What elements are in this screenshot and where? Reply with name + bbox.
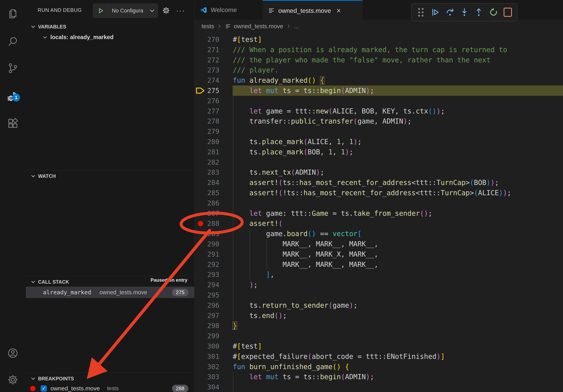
code-line[interactable]: 281 ts.place_mark(BOB, 1, 1); bbox=[194, 147, 563, 157]
code-line-text[interactable]: ts.return_to_sender(game); bbox=[233, 300, 358, 311]
tab-owned-tests-move[interactable]: owned_tests.move × bbox=[263, 0, 363, 21]
code-line-text[interactable]: assert!( bbox=[233, 218, 283, 229]
variables-locals-row[interactable]: locals: already_marked bbox=[42, 34, 114, 40]
code-line[interactable]: 271/// When a position is already marked… bbox=[194, 45, 563, 55]
code-line-text[interactable]: #[test] bbox=[233, 34, 262, 45]
code-token: already_marked bbox=[249, 76, 307, 84]
debug-settings-gear-icon[interactable] bbox=[160, 5, 172, 16]
code-line-text[interactable]: MARK__, MARK__, MARK__, bbox=[233, 259, 378, 270]
settings-gear-icon[interactable] bbox=[7, 373, 19, 386]
code-line-text[interactable]: ); bbox=[233, 280, 258, 290]
extensions-icon[interactable] bbox=[7, 117, 19, 130]
code-line[interactable]: 288 assert!( bbox=[194, 218, 563, 229]
explorer-icon[interactable] bbox=[7, 8, 19, 20]
code-line[interactable]: 272/// the player who made the "false" m… bbox=[194, 55, 563, 65]
section-header-breakpoints[interactable]: BREAKPOINTS bbox=[26, 374, 194, 383]
code-line-text[interactable]: let game: ttt::Game = ts.take_from_sende… bbox=[233, 208, 432, 219]
breakpoint-checkbox[interactable]: ✓ bbox=[41, 385, 47, 392]
code-line[interactable]: 282 bbox=[194, 157, 563, 167]
code-line-text[interactable]: game.board() == vector[ bbox=[233, 229, 362, 239]
code-line[interactable]: 290 MARK__, MARK__, MARK__, bbox=[194, 239, 563, 249]
frame-function-name: already_marked bbox=[43, 289, 91, 296]
code-line-text[interactable]: fun already_marked() { bbox=[233, 75, 324, 85]
code-line-text[interactable]: ts.end(); bbox=[233, 311, 287, 321]
more-actions-icon[interactable]: ··· bbox=[175, 5, 186, 16]
section-header-watch[interactable]: WATCH bbox=[26, 171, 194, 181]
code-line-text[interactable]: /// player. bbox=[233, 65, 279, 75]
code-line[interactable]: 287 let game: ttt::Game = ts.take_from_s… bbox=[194, 208, 563, 219]
section-header-call-stack[interactable]: CALL STACK Paused on entry bbox=[26, 277, 194, 287]
code-line[interactable]: 296 ts.return_to_sender(game); bbox=[194, 300, 563, 311]
code-line[interactable]: 298} bbox=[194, 321, 563, 331]
code-line-text[interactable]: let mut ts = ts::begin(ADMIN); bbox=[233, 372, 374, 382]
breadcrumb-file[interactable]: owned_tests.move bbox=[234, 23, 283, 30]
code-line[interactable]: 292 MARK__, MARK__, MARK__, bbox=[194, 259, 563, 270]
code-line[interactable]: 289 game.board() == vector[ bbox=[194, 229, 563, 239]
continue-button[interactable] bbox=[429, 5, 441, 19]
section-header-variables[interactable]: VARIABLES bbox=[26, 22, 194, 31]
code-token: test bbox=[241, 342, 258, 350]
code-line-text[interactable]: MARK__, MARK__, MARK__, bbox=[233, 239, 378, 249]
account-icon[interactable] bbox=[7, 347, 19, 359]
code-line-text[interactable]: ts.place_mark(ALICE, 1, 1); bbox=[233, 137, 362, 147]
code-line-text[interactable]: #[expected_failure(abort_code = ttt::ENo… bbox=[233, 351, 445, 362]
code-line[interactable]: 301#[expected_failure(abort_code = ttt::… bbox=[194, 351, 563, 362]
search-icon[interactable] bbox=[7, 35, 19, 48]
code-line[interactable]: 297 ts.end(); bbox=[194, 311, 563, 321]
code-line[interactable]: 284 assert!(ts::has_most_recent_for_addr… bbox=[194, 177, 563, 188]
code-line-text[interactable]: assert!(!ts::has_most_recent_for_address… bbox=[233, 188, 511, 198]
close-icon[interactable]: × bbox=[336, 7, 341, 14]
code-line-text[interactable]: fun burn_unfinished_game() { bbox=[233, 362, 349, 372]
code-line-text[interactable]: MARK__, MARK_X, MARK__, bbox=[233, 249, 378, 259]
code-line[interactable]: 293 ], bbox=[194, 269, 563, 280]
code-line[interactable]: 279 bbox=[194, 126, 563, 137]
code-line-text[interactable]: ts.next_tx(ADMIN); bbox=[233, 167, 324, 177]
code-line-text[interactable]: /// When a position is already marked, t… bbox=[233, 45, 507, 55]
code-line[interactable]: 283 ts.next_tx(ADMIN); bbox=[194, 167, 563, 177]
code-line[interactable]: 277 let game = ttt::new(ALICE, BOB, KEY,… bbox=[194, 106, 563, 116]
chevron-down-icon bbox=[42, 35, 48, 40]
source-control-icon[interactable] bbox=[7, 62, 19, 75]
code-line[interactable]: 300#[test] bbox=[194, 341, 563, 351]
code-line[interactable]: 270#[test] bbox=[194, 34, 563, 45]
code-line-text[interactable]: assert!(ts::has_most_recent_for_address<… bbox=[233, 177, 499, 188]
code-token: fun bbox=[233, 76, 245, 84]
code-line-text[interactable]: ts.place_mark(BOB, 1, 1); bbox=[233, 147, 353, 157]
restart-button[interactable] bbox=[487, 5, 499, 19]
code-line[interactable]: 274fun already_marked() { bbox=[194, 75, 563, 85]
code-line[interactable]: 294 ); bbox=[194, 280, 563, 290]
code-line-text[interactable]: } bbox=[233, 321, 237, 331]
step-over-button[interactable] bbox=[444, 5, 456, 19]
step-into-button[interactable] bbox=[458, 5, 471, 19]
code-line[interactable]: 299 bbox=[194, 331, 563, 341]
code-line-text[interactable]: transfer::public_transfer(game, ADMIN); bbox=[233, 116, 411, 126]
code-line-text[interactable]: let game = ttt::new(ALICE, BOB, KEY, ts.… bbox=[233, 106, 445, 116]
stop-button[interactable] bbox=[502, 5, 514, 19]
breadcrumb-folder[interactable]: tests bbox=[202, 23, 214, 30]
code-line[interactable]: 275 let mut ts = ts::begin(ADMIN); bbox=[194, 85, 563, 96]
code-line[interactable]: 280 ts.place_mark(ALICE, 1, 1); bbox=[194, 137, 563, 147]
breakpoint-list-item[interactable]: ✓ owned_tests.move tests 288 bbox=[26, 383, 194, 392]
code-line[interactable]: 302fun burn_unfinished_game() { bbox=[194, 362, 563, 372]
code-line-text[interactable]: /// the player who made the "false" move… bbox=[233, 55, 490, 65]
code-line[interactable]: 273/// player. bbox=[194, 65, 563, 75]
code-line-text[interactable]: #[test] bbox=[233, 341, 262, 351]
code-line[interactable]: 303 let mut ts = ts::begin(ADMIN); bbox=[194, 372, 563, 382]
code-line-text[interactable]: ], bbox=[233, 269, 274, 280]
code-area[interactable]: 270#[test]271/// When a position is alre… bbox=[194, 33, 563, 392]
debug-config-dropdown[interactable]: No Configura bbox=[93, 3, 158, 18]
call-stack-frame-row[interactable]: already_marked owned_tests.move 275 bbox=[26, 287, 194, 298]
code-line[interactable]: 304 bbox=[194, 382, 563, 392]
code-line[interactable]: 295 bbox=[194, 290, 563, 300]
tab-welcome[interactable]: Welcome bbox=[194, 0, 263, 20]
step-out-button[interactable] bbox=[473, 5, 485, 19]
start-debug-icon[interactable] bbox=[93, 4, 109, 18]
toolbar-drag-handle[interactable] bbox=[415, 5, 427, 19]
code-line[interactable]: 278 transfer::public_transfer(game, ADMI… bbox=[194, 116, 563, 126]
code-line-text[interactable]: let mut ts = ts::begin(ADMIN); bbox=[233, 85, 374, 96]
code-line[interactable]: 291 MARK__, MARK_X, MARK__, bbox=[194, 249, 563, 259]
code-line[interactable]: 285 assert!(!ts::has_most_recent_for_add… bbox=[194, 188, 563, 198]
breadcrumb-more[interactable]: ... bbox=[294, 23, 299, 30]
code-line[interactable]: 286 bbox=[194, 198, 563, 208]
code-line[interactable]: 276 bbox=[194, 96, 563, 106]
